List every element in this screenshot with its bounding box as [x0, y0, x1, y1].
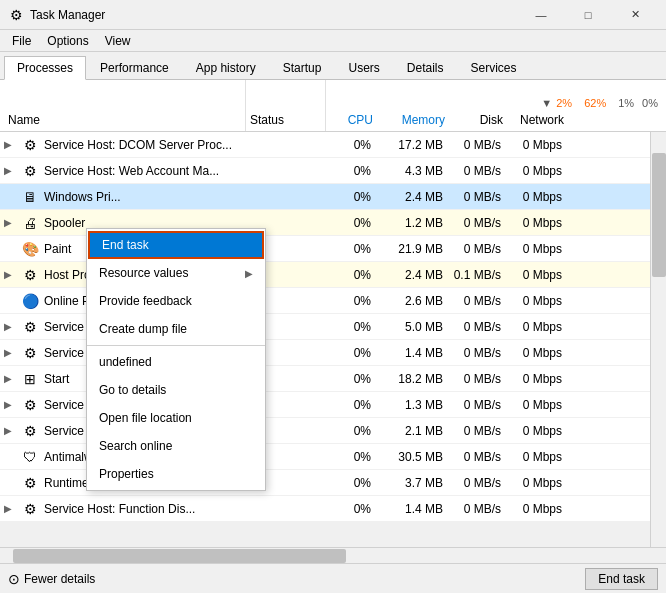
row-disk-val: 0 MB/s	[447, 450, 505, 464]
tab-users[interactable]: Users	[335, 55, 392, 79]
ctx-item-label: Resource values	[99, 266, 188, 280]
menu-file[interactable]: File	[4, 32, 39, 50]
table-row[interactable]: ▶ ⚙ Service Host: Function Dis... 0% 1.4…	[0, 496, 666, 522]
tab-services[interactable]: Services	[458, 55, 530, 79]
context-menu-item[interactable]: Resource values▶	[87, 259, 265, 287]
tab-bar: Processes Performance App history Startu…	[0, 52, 666, 80]
row-cpu-val: 0%	[324, 346, 379, 360]
row-memory-val: 21.9 MB	[379, 242, 447, 256]
context-menu-item[interactable]: undefined	[87, 348, 265, 376]
col-header-status[interactable]: Status	[246, 80, 326, 131]
row-disk-val: 0 MB/s	[447, 476, 505, 490]
row-disk-val: 0 MB/s	[447, 502, 505, 516]
row-network-val: 0 Mbps	[505, 398, 570, 412]
scrollbar-horizontal[interactable]	[0, 547, 666, 563]
col-header-disk[interactable]: Disk	[449, 113, 507, 127]
row-network-val: 0 Mbps	[505, 294, 570, 308]
maximize-button[interactable]: □	[565, 0, 611, 30]
row-expand-icon: ▶	[0, 373, 16, 384]
row-process-icon: ⚙	[20, 265, 40, 285]
row-cpu-val: 0%	[324, 424, 379, 438]
context-menu-item[interactable]: Open file location	[87, 404, 265, 432]
row-cpu-val: 0%	[324, 242, 379, 256]
row-expand-icon: ▶	[0, 217, 16, 228]
row-network-val: 0 Mbps	[505, 476, 570, 490]
row-disk-val: 0 MB/s	[447, 398, 505, 412]
row-network-val: 0 Mbps	[505, 424, 570, 438]
row-disk-val: 0 MB/s	[447, 242, 505, 256]
scrollbar-vertical[interactable]	[650, 132, 666, 547]
row-memory-val: 2.6 MB	[379, 294, 447, 308]
col-header-network[interactable]: Network	[507, 113, 572, 127]
ctx-item-label: Go to details	[99, 383, 166, 397]
row-expand-icon: ▶	[0, 399, 16, 410]
tab-app-history[interactable]: App history	[183, 55, 269, 79]
ctx-item-label: Provide feedback	[99, 294, 192, 308]
table-row[interactable]: ▶ ⚙ Service Host: Web Account Ma... 0% 4…	[0, 158, 666, 184]
row-process-icon: ⊞	[20, 369, 40, 389]
context-menu-item[interactable]: End task	[88, 231, 264, 259]
table-row[interactable]: 🖥 Windows Pri... 0% 2.4 MB 0 MB/s 0 Mbps	[0, 184, 666, 210]
context-menu-item[interactable]: Search online	[87, 432, 265, 460]
fewer-details-button[interactable]: ⊙ Fewer details	[8, 571, 95, 587]
row-disk-val: 0 MB/s	[447, 346, 505, 360]
title-bar: ⚙ Task Manager — □ ✕	[0, 0, 666, 30]
row-network-val: 0 Mbps	[505, 216, 570, 230]
row-cpu-val: 0%	[324, 450, 379, 464]
end-task-button[interactable]: End task	[585, 568, 658, 590]
context-menu-item[interactable]: Properties	[87, 460, 265, 488]
row-process-icon: ⚙	[20, 343, 40, 363]
row-cpu-val: 0%	[324, 138, 379, 152]
row-disk-val: 0 MB/s	[447, 372, 505, 386]
close-button[interactable]: ✕	[612, 0, 658, 30]
row-expand-icon: ▶	[0, 165, 16, 176]
scrollbar-thumb-vertical[interactable]	[652, 153, 666, 278]
row-memory-val: 17.2 MB	[379, 138, 447, 152]
tab-performance[interactable]: Performance	[87, 55, 182, 79]
row-cpu-val: 0%	[324, 398, 379, 412]
tab-startup[interactable]: Startup	[270, 55, 335, 79]
context-menu-item[interactable]: Provide feedback	[87, 287, 265, 315]
row-process-icon: ⚙	[20, 395, 40, 415]
col-header-memory[interactable]: Memory	[381, 113, 449, 127]
row-process-icon: ⚙	[20, 499, 40, 519]
row-memory-val: 1.2 MB	[379, 216, 447, 230]
row-memory-val: 4.3 MB	[379, 164, 447, 178]
row-cpu-val: 0%	[324, 476, 379, 490]
window-controls: — □ ✕	[518, 0, 658, 30]
row-cpu-val: 0%	[324, 372, 379, 386]
row-memory-val: 1.3 MB	[379, 398, 447, 412]
row-disk-val: 0.1 MB/s	[447, 268, 505, 282]
col-header-cpu[interactable]: CPU	[326, 113, 381, 127]
row-process-name: Service Host: DCOM Server Proc...	[44, 138, 244, 152]
row-disk-val: 0 MB/s	[447, 424, 505, 438]
sort-icon: ▼	[541, 97, 552, 109]
menu-bar: File Options View	[0, 30, 666, 52]
ctx-item-label: Properties	[99, 467, 154, 481]
row-expand-icon: ▶	[0, 139, 16, 150]
row-process-icon: 🖨	[20, 213, 40, 233]
row-network-val: 0 Mbps	[505, 164, 570, 178]
row-process-icon: ⚙	[20, 317, 40, 337]
row-process-icon: ⚙	[20, 161, 40, 181]
row-process-icon: ⚙	[20, 473, 40, 493]
minimize-button[interactable]: —	[518, 0, 564, 30]
context-menu-item[interactable]: Go to details	[87, 376, 265, 404]
fewer-details-icon: ⊙	[8, 571, 20, 587]
row-cpu-val: 0%	[324, 268, 379, 282]
tab-processes[interactable]: Processes	[4, 56, 86, 80]
menu-options[interactable]: Options	[39, 32, 96, 50]
col-header-name[interactable]: Name	[0, 80, 246, 131]
row-expand-icon: ▶	[0, 347, 16, 358]
tab-details[interactable]: Details	[394, 55, 457, 79]
row-memory-val: 2.1 MB	[379, 424, 447, 438]
context-menu-item[interactable]: Create dump file	[87, 315, 265, 343]
row-process-icon: 🔵	[20, 291, 40, 311]
row-network-val: 0 Mbps	[505, 372, 570, 386]
ctx-item-label: Search online	[99, 439, 172, 453]
scrollbar-thumb-horizontal[interactable]	[13, 549, 346, 563]
fewer-details-label: Fewer details	[24, 572, 95, 586]
table-row[interactable]: ▶ ⚙ Service Host: DCOM Server Proc... 0%…	[0, 132, 666, 158]
app-icon: ⚙	[8, 7, 24, 23]
menu-view[interactable]: View	[97, 32, 139, 50]
